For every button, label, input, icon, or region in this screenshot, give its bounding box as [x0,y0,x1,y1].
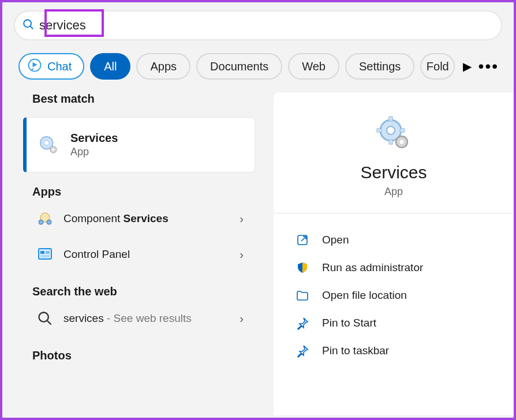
shield-icon [296,261,309,275]
svg-rect-12 [46,251,50,254]
filter-all[interactable]: All [90,53,130,80]
action-open[interactable]: Open [285,226,502,254]
filter-web[interactable]: Web [288,53,339,80]
action-run-admin[interactable]: Run as administrator [285,254,502,282]
pin-icon [296,344,309,358]
filter-apps[interactable]: Apps [136,53,190,80]
svg-rect-19 [389,140,392,144]
filter-more-icon[interactable]: ••• [478,57,502,76]
svg-rect-18 [389,117,392,121]
svg-point-23 [400,140,404,144]
filter-chat-label: Chat [47,60,72,73]
filter-folders[interactable]: Fold [420,53,455,80]
bing-chat-icon [27,57,43,76]
content-area: Best match Services App Apps Component S… [2,92,514,415]
action-open-location-label: Open file location [322,289,407,302]
svg-point-6 [52,148,54,151]
action-open-location[interactable]: Open file location [285,282,502,309]
search-window: Chat All Apps Documents Web Settings Fol… [0,0,516,420]
best-match-text: Services App [70,132,118,158]
section-best-match: Best match [32,92,263,106]
component-services-icon [37,211,53,227]
folder-icon [296,288,309,302]
divider [274,213,514,213]
svg-rect-11 [40,251,44,254]
chevron-right-icon: › [240,312,244,325]
search-input[interactable] [39,18,103,33]
result-control-panel[interactable]: Control Panel › [23,239,255,270]
chevron-right-icon: › [240,212,244,226]
search-icon [37,310,53,327]
results-column: Best match Services App Apps Component S… [2,92,269,415]
svg-point-4 [44,141,49,145]
filter-settings[interactable]: Settings [345,53,414,80]
svg-point-14 [39,313,48,322]
best-match-subtitle: App [70,146,118,158]
svg-point-8 [39,220,43,224]
result-component-services[interactable]: Component Services › [23,203,255,234]
svg-line-15 [47,321,51,324]
best-match-title: Services [70,132,118,145]
pin-icon [296,316,309,330]
result-control-panel-label: Control Panel [63,248,229,261]
action-pin-taskbar-label: Pin to taskbar [322,344,389,357]
search-icon [22,18,35,33]
action-pin-start-label: Pin to Start [322,317,376,329]
action-open-label: Open [322,234,349,246]
detail-title: Services [285,163,502,182]
best-match-result[interactable]: Services App [23,117,255,172]
detail-gear-icon [375,115,412,152]
open-icon [296,233,309,247]
filter-row: Chat All Apps Documents Web Settings Fol… [18,53,502,80]
detail-pane: Services App Open Run as administrator O… [274,92,514,415]
svg-rect-13 [40,255,50,257]
services-gear-icon [37,133,60,156]
svg-rect-20 [400,129,405,132]
detail-header: Services App [285,115,502,198]
svg-rect-21 [377,129,382,132]
detail-subtitle: App [285,186,502,198]
section-photos: Photos [32,349,263,362]
action-run-admin-label: Run as administrator [322,261,423,274]
action-pin-start[interactable]: Pin to Start [285,309,502,337]
section-search-web: Search the web [32,285,263,298]
result-search-web-label: services - See web results [63,312,229,325]
search-bar[interactable] [14,10,502,40]
result-search-web[interactable]: services - See web results › [23,303,255,334]
svg-line-1 [31,27,33,29]
filter-documents[interactable]: Documents [196,53,282,80]
section-apps: Apps [32,185,263,198]
result-component-services-label: Component Services [63,212,229,225]
chevron-right-icon: › [240,248,244,261]
svg-point-17 [387,126,395,134]
svg-point-0 [24,20,31,27]
control-panel-icon [37,246,53,262]
svg-point-9 [47,220,51,224]
action-pin-taskbar[interactable]: Pin to taskbar [285,337,502,365]
filter-scroll-arrow-icon[interactable]: ▶ [463,59,472,73]
filter-chat[interactable]: Chat [18,53,84,80]
